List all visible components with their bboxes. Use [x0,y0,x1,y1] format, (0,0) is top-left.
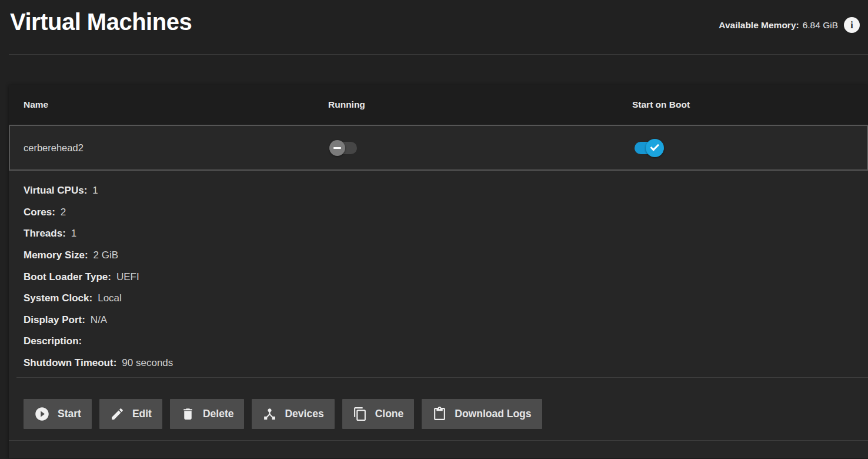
detail-description: Description: [24,331,853,352]
card-footer [9,441,868,458]
table-header-row: Name Running Start on Boot [9,85,868,125]
button-label: Edit [132,408,152,420]
clipboard-icon [432,407,447,421]
clone-icon [353,407,368,421]
device-hub-icon [262,407,277,421]
pencil-icon [110,407,125,421]
play-circle-icon [34,406,50,422]
column-header-running: Running [328,99,632,110]
vm-details: Virtual CPUs: 1 Cores: 2 Threads: 1 Memo… [9,171,868,374]
detail-boot-loader-type: Boot Loader Type: UEFI [24,266,853,288]
button-label: Download Logs [455,408,531,420]
start-button[interactable]: Start [24,399,92,429]
vm-actions: Start Edit Delete Devices Clone [9,378,868,441]
minus-icon [333,147,341,149]
running-toggle[interactable] [329,139,370,157]
available-memory-label: Available Memory: [719,20,799,31]
vm-table-card: Name Running Start on Boot cerberehead2 [9,85,868,458]
trash-icon [181,407,195,421]
page-header: Virtual Machines Available Memory: 6.84 … [9,0,868,55]
detail-memory-size: Memory Size: 2 GiB [24,245,853,267]
detail-shutdown-timeout: Shutdown Timeout: 90 seconds [24,352,853,374]
available-memory-value: 6.84 GiB [803,20,838,31]
info-icon[interactable]: i [844,17,860,33]
detail-cores: Cores: 2 [24,202,853,224]
column-header-name: Name [9,99,328,110]
devices-button[interactable]: Devices [252,399,334,429]
table-row[interactable]: cerberehead2 [9,125,868,171]
column-header-start-on-boot: Start on Boot [632,99,868,110]
available-memory: Available Memory: 6.84 GiB i [719,17,860,33]
button-label: Delete [203,408,234,420]
download-logs-button[interactable]: Download Logs [422,399,542,429]
detail-virtual-cpus: Virtual CPUs: 1 [24,180,853,202]
edit-button[interactable]: Edit [99,399,162,429]
start-on-boot-toggle[interactable] [633,139,675,157]
detail-display-port: Display Port: N/A [24,310,853,331]
button-label: Clone [375,408,404,420]
clone-button[interactable]: Clone [342,399,415,429]
button-label: Devices [285,408,323,420]
delete-button[interactable]: Delete [170,399,245,429]
detail-system-clock: System Clock: Local [24,288,853,310]
toggle-thumb [329,140,345,156]
toggle-thumb [646,139,664,157]
detail-threads: Threads: 1 [24,223,853,245]
button-label: Start [58,408,81,420]
check-icon [650,142,659,151]
vm-name: cerberehead2 [10,142,329,154]
